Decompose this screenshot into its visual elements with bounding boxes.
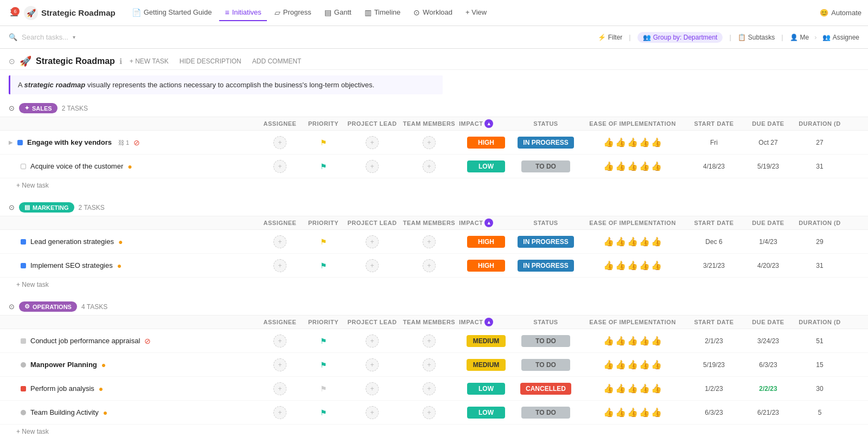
members-avatar[interactable]: +	[423, 235, 436, 248]
project-info-icon[interactable]: ℹ	[119, 57, 122, 66]
assignee-avatar[interactable]: +	[273, 160, 286, 173]
thumb-5: 👍	[651, 236, 662, 247]
col-impact-label[interactable]: IMPACT ▲	[459, 318, 513, 326]
assignee-avatar[interactable]: +	[273, 235, 286, 248]
table-row[interactable]: Acquire voice of the customer ● + ⚑ + + …	[0, 155, 868, 178]
members-cell: +	[399, 136, 459, 149]
lead-avatar[interactable]: +	[366, 382, 379, 395]
thumb-1: 👍	[603, 161, 614, 171]
assignee-avatar[interactable]: +	[273, 358, 286, 371]
assignee-button[interactable]: 👥 Assignee	[822, 34, 859, 41]
assignee-avatar[interactable]: +	[273, 382, 286, 395]
members-avatar[interactable]: +	[423, 136, 436, 149]
table-row[interactable]: Implement SEO strategies ● + ⚑ + + HIGH …	[0, 254, 868, 278]
table-row[interactable]: ▶ Engage with key vendors ⛓ 1 ⊘ + ⚑ + + …	[0, 131, 868, 155]
tab-workload[interactable]: ⊙ Workload	[408, 5, 458, 21]
operations-collapse-icon[interactable]: ⊙	[9, 303, 15, 311]
table-row[interactable]: Lead generation strategies ● + ⚑ + + HIG…	[0, 230, 868, 254]
hamburger-menu[interactable]: ☰ 6	[7, 4, 22, 22]
members-avatar[interactable]: +	[423, 406, 436, 419]
col-members-label: TEAM MEMBERS	[399, 220, 459, 226]
table-row[interactable]: Manpower Planning ● + ⚑ + + MEDIUM TO DO…	[0, 353, 868, 377]
lead-avatar[interactable]: +	[366, 406, 379, 419]
subtasks-button[interactable]: 📋 Subtasks	[738, 34, 775, 41]
lead-avatar[interactable]: +	[366, 160, 379, 173]
task-name-cell: Manpower Planning ●	[9, 361, 258, 369]
search-chevron-icon[interactable]: ▾	[73, 34, 75, 40]
priority-cell: ⚑	[302, 384, 345, 393]
assignee-avatar[interactable]: +	[273, 259, 286, 272]
operations-tag[interactable]: ⚙ OPERATIONS	[19, 301, 77, 312]
priority-flag[interactable]: ⚑	[320, 361, 327, 369]
tab-progress[interactable]: ▱ Progress	[269, 5, 317, 21]
due-date-cell: 3/24/23	[741, 337, 795, 345]
project-collapse-icon[interactable]: ⊙	[9, 57, 15, 66]
marketing-collapse-icon[interactable]: ⊙	[9, 203, 15, 211]
members-avatar[interactable]: +	[423, 259, 436, 272]
sales-tag[interactable]: ✦ SALES	[19, 103, 58, 113]
members-avatar[interactable]: +	[423, 160, 436, 173]
group-by-button[interactable]: 👥 Group by: Department	[637, 32, 723, 43]
lead-avatar[interactable]: +	[366, 358, 379, 371]
thumb-3: 👍	[627, 236, 638, 247]
table-row[interactable]: Team Building Activity ● + ⚑ + + LOW TO …	[0, 401, 868, 425]
lead-avatar[interactable]: +	[366, 136, 379, 149]
priority-flag[interactable]: ⚑	[320, 384, 327, 393]
due-date-cell: 2/2/23	[741, 385, 795, 393]
priority-flag[interactable]: ⚑	[320, 261, 327, 270]
priority-flag[interactable]: ⚑	[320, 162, 327, 171]
priority-flag[interactable]: ⚑	[320, 408, 327, 417]
members-avatar[interactable]: +	[423, 382, 436, 395]
add-comment-button[interactable]: ADD COMMENT	[249, 56, 305, 67]
assignee-avatar[interactable]: +	[273, 406, 286, 419]
assignee-avatar[interactable]: +	[273, 136, 286, 149]
status-cell: TO DO	[513, 160, 578, 172]
marketing-section-header: ⊙ ▤ MARKETING 2 TASKS	[0, 199, 868, 216]
hide-description-button[interactable]: HIDE DESCRIPTION	[176, 56, 245, 67]
priority-flag[interactable]: ⚑	[320, 138, 327, 147]
members-avatar[interactable]: +	[423, 335, 436, 348]
lead-avatar[interactable]: +	[366, 259, 379, 272]
status-badge: TO DO	[521, 160, 570, 172]
col-duration-label: DURATION (D	[795, 120, 844, 127]
members-avatar[interactable]: +	[423, 358, 436, 371]
lead-cell: +	[345, 335, 399, 348]
status-cell: TO DO	[513, 407, 578, 419]
table-row[interactable]: Conduct job performance appraisal ⊘ + ⚑ …	[0, 329, 868, 353]
thumb-5: 👍	[651, 383, 662, 394]
me-button[interactable]: 👤 Me	[790, 34, 809, 41]
thumb-4: 👍	[639, 260, 650, 271]
sales-section-header: ⊙ ✦ SALES 2 TASKS	[0, 100, 868, 117]
col-start-label: START DATE	[687, 120, 741, 127]
sales-new-task[interactable]: + New task	[0, 178, 868, 195]
filter-button[interactable]: ⚡ Filter	[598, 34, 623, 41]
members-cell: +	[399, 160, 459, 173]
tab-initiatives[interactable]: ≡ Initiatives	[219, 5, 266, 21]
tab-getting-started[interactable]: 📄 Getting Started Guide	[126, 5, 218, 21]
col-impact-label[interactable]: IMPACT ▲	[459, 119, 513, 128]
row-expand-icon[interactable]: ▶	[9, 139, 13, 145]
tab-timeline[interactable]: ▥ Timeline	[359, 5, 406, 21]
lead-avatar[interactable]: +	[366, 335, 379, 348]
marketing-tag[interactable]: ▤ MARKETING	[19, 202, 74, 213]
priority-flag[interactable]: ⚑	[320, 237, 327, 246]
thumb-5: 👍	[651, 260, 662, 271]
assignee-avatar[interactable]: +	[273, 335, 286, 348]
tab-gantt[interactable]: ▤ Gantt	[319, 5, 357, 21]
col-start-label: START DATE	[687, 220, 741, 226]
search-input[interactable]: Search tasks...	[22, 33, 68, 41]
project-logo-icon: 🚀	[20, 55, 31, 67]
lead-avatar[interactable]: +	[366, 235, 379, 248]
priority-flag[interactable]: ⚑	[320, 337, 327, 345]
col-impact-label[interactable]: IMPACT ▲	[459, 218, 513, 227]
marketing-new-task[interactable]: + New task	[0, 278, 868, 294]
sales-collapse-icon[interactable]: ⊙	[9, 104, 15, 112]
automate-button[interactable]: 😊 Automate	[820, 9, 861, 17]
table-row[interactable]: Perform job analysis ● + ⚑ + + LOW CANCE…	[0, 377, 868, 401]
tab-add-view[interactable]: + View	[460, 5, 492, 21]
impact-badge: MEDIUM	[467, 335, 506, 347]
operations-new-task[interactable]: + New task	[0, 425, 868, 437]
task-name: Manpower Planning	[30, 361, 97, 369]
priority-cell: ⚑	[302, 138, 345, 147]
new-task-button[interactable]: + NEW TASK	[126, 56, 172, 67]
